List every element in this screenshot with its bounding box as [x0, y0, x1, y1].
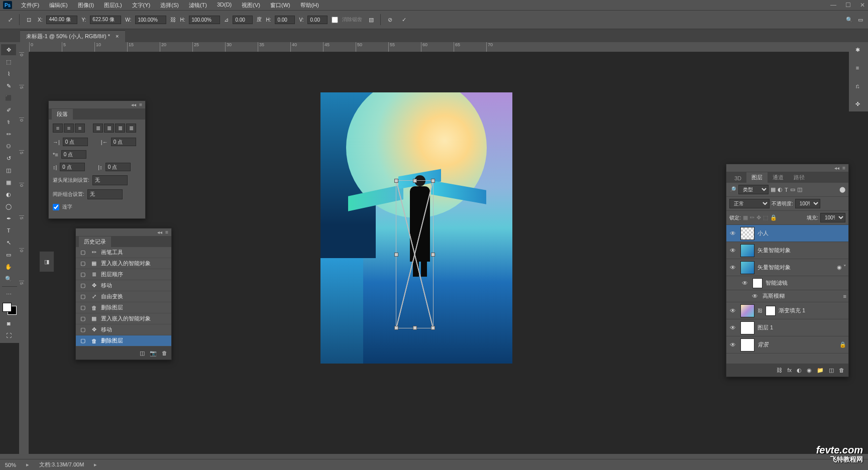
- screenmode-tool[interactable]: ⛶: [1, 330, 16, 341]
- layers-tab[interactable]: 图层: [746, 172, 768, 183]
- history-item[interactable]: ▢⤢自由变换: [76, 291, 171, 302]
- layer-item-gaussian[interactable]: 👁 高斯模糊 ≡: [726, 290, 848, 302]
- space-before-field[interactable]: [60, 163, 85, 171]
- group-icon[interactable]: 📁: [817, 367, 824, 374]
- filter-toggle[interactable]: ⬤: [839, 186, 845, 193]
- filter-type-select[interactable]: 类型: [738, 185, 769, 194]
- w-field[interactable]: [135, 16, 166, 24]
- menu-window[interactable]: 窗口(W): [267, 1, 293, 10]
- channels-tab[interactable]: 通道: [768, 172, 789, 183]
- eraser-tool[interactable]: ◫: [1, 165, 16, 176]
- layer-item[interactable]: 👁 ⛓ 渐变填充 1: [726, 302, 848, 319]
- delete-layer-icon[interactable]: 🗑: [839, 367, 844, 373]
- menu-layer[interactable]: 图层(L): [101, 1, 125, 10]
- cancel-transform-icon[interactable]: ⊘: [385, 15, 395, 25]
- doc-info[interactable]: 文档:3.13M/7.00M: [39, 461, 84, 468]
- menu-3d[interactable]: 3D(D): [214, 1, 235, 10]
- menu-file[interactable]: 文件(F): [18, 1, 42, 10]
- visibility-icon[interactable]: 👁: [728, 307, 737, 314]
- avoid-head-select[interactable]: 无: [92, 175, 128, 185]
- edit-toolbar[interactable]: ⋯: [1, 289, 16, 300]
- panel-menu-icon[interactable]: ≡: [842, 165, 845, 171]
- marquee-tool[interactable]: ⬚: [1, 56, 16, 67]
- spacing-select[interactable]: 无: [87, 189, 123, 199]
- dodge-tool[interactable]: ◯: [1, 201, 16, 212]
- close-tab-icon[interactable]: ×: [116, 33, 119, 39]
- panel-menu-icon[interactable]: ≡: [139, 102, 142, 107]
- shape-filter-icon[interactable]: ▭: [790, 186, 795, 193]
- layer-item[interactable]: 👁 矢量智能对象 ◉ ˅: [726, 259, 848, 276]
- eyedropper-tool[interactable]: ✐: [1, 104, 16, 115]
- collapse-icon[interactable]: ◂◂: [131, 102, 136, 107]
- visibility-icon[interactable]: 👁: [728, 230, 737, 237]
- link-layers-icon[interactable]: ⛓: [777, 367, 782, 373]
- minimize-icon[interactable]: —: [830, 2, 836, 9]
- adjust-filter-icon[interactable]: ◐: [778, 186, 783, 193]
- document-tab[interactable]: 未标题-1 @ 50% (小人, RGB/8#) * ×: [20, 30, 125, 42]
- reference-point-icon[interactable]: ⊡: [24, 15, 34, 25]
- visibility-icon[interactable]: 👁: [728, 341, 737, 348]
- path-select-tool[interactable]: ↖: [1, 237, 16, 248]
- align-center[interactable]: ≡: [64, 124, 74, 133]
- collapse-icon[interactable]: ◂◂: [834, 165, 839, 171]
- menu-select[interactable]: 选择(S): [157, 1, 182, 10]
- quick-select-tool[interactable]: ✎: [1, 80, 16, 91]
- smart-filter-indicator[interactable]: ◉ ˅: [837, 264, 846, 271]
- hyphenate-checkbox[interactable]: [53, 204, 59, 210]
- new-document-icon[interactable]: ◫: [140, 350, 145, 357]
- indent-right-field[interactable]: [111, 138, 136, 146]
- history-item[interactable]: ▢▦置入嵌入的智能对象: [76, 313, 171, 324]
- layer-item[interactable]: 👁 图层 1: [726, 319, 848, 336]
- collapse-icon[interactable]: ◂◂: [157, 229, 162, 235]
- pen-tool[interactable]: ✒: [1, 213, 16, 224]
- snapshot-icon[interactable]: 📷: [150, 350, 157, 357]
- type-tool[interactable]: T: [1, 225, 16, 236]
- filter-settings-icon[interactable]: ≡: [843, 293, 846, 299]
- justify-center[interactable]: ≣: [104, 124, 114, 133]
- pixel-filter-icon[interactable]: ▦: [771, 186, 776, 193]
- close-icon[interactable]: ✕: [860, 2, 865, 9]
- history-item[interactable]: ▢✏画笔工具: [76, 247, 171, 258]
- x-field[interactable]: [46, 16, 77, 24]
- paths-tab[interactable]: 路径: [789, 172, 810, 183]
- h-field[interactable]: [189, 16, 220, 24]
- search-icon[interactable]: 🔍: [846, 17, 853, 23]
- commit-transform-icon[interactable]: ✓: [399, 15, 409, 25]
- skew-h-field[interactable]: [275, 16, 295, 24]
- blur-tool[interactable]: ◐: [1, 189, 16, 200]
- brush-tool[interactable]: ✏: [1, 129, 16, 140]
- angle-field[interactable]: [233, 16, 253, 24]
- visibility-icon[interactable]: 👁: [750, 293, 759, 300]
- lock-paint-icon[interactable]: ✏: [750, 214, 754, 221]
- visibility-icon[interactable]: 👁: [728, 264, 737, 271]
- brush-presets-icon[interactable]: ≡: [850, 62, 865, 73]
- menu-view[interactable]: 视图(V): [239, 1, 263, 10]
- align-right[interactable]: ≡: [75, 124, 85, 133]
- layer-item-selected[interactable]: 👁 小人: [726, 225, 848, 242]
- lock-all-icon[interactable]: 🔒: [770, 214, 777, 221]
- mask-icon[interactable]: ◐: [797, 367, 802, 374]
- gradient-tool[interactable]: ▦: [1, 177, 16, 188]
- link-icon[interactable]: ⛓: [170, 17, 176, 23]
- delete-icon[interactable]: 🗑: [162, 350, 167, 356]
- justify-left[interactable]: ≣: [93, 124, 103, 133]
- smart-filter-icon[interactable]: ◫: [797, 186, 802, 193]
- type-filter-icon[interactable]: T: [785, 187, 788, 193]
- menu-help[interactable]: 帮助(H): [297, 1, 322, 10]
- layer-item-background[interactable]: 👁 背景 🔒: [726, 336, 848, 354]
- artwork-canvas[interactable]: [320, 92, 512, 364]
- zoom-level[interactable]: 50%: [5, 462, 16, 468]
- panel-menu-icon[interactable]: ≡: [165, 229, 168, 235]
- paragraph-tab[interactable]: 段落: [52, 109, 73, 120]
- fx-icon[interactable]: fx: [787, 367, 792, 373]
- 3d-tab[interactable]: 3D: [729, 174, 746, 183]
- move-tool[interactable]: ✥: [1, 44, 16, 55]
- visibility-icon[interactable]: 👁: [728, 247, 737, 254]
- justify-all[interactable]: ≣: [126, 124, 136, 133]
- zoom-tool[interactable]: 🔍: [1, 273, 16, 284]
- workspace-icon[interactable]: ▭: [858, 17, 863, 23]
- transform-tool-icon[interactable]: ⤢: [5, 15, 15, 25]
- blend-mode-select[interactable]: 正常: [729, 199, 770, 208]
- maximize-icon[interactable]: ☐: [845, 2, 851, 9]
- layer-item-smart-filters[interactable]: 👁 智能滤镜: [726, 276, 848, 290]
